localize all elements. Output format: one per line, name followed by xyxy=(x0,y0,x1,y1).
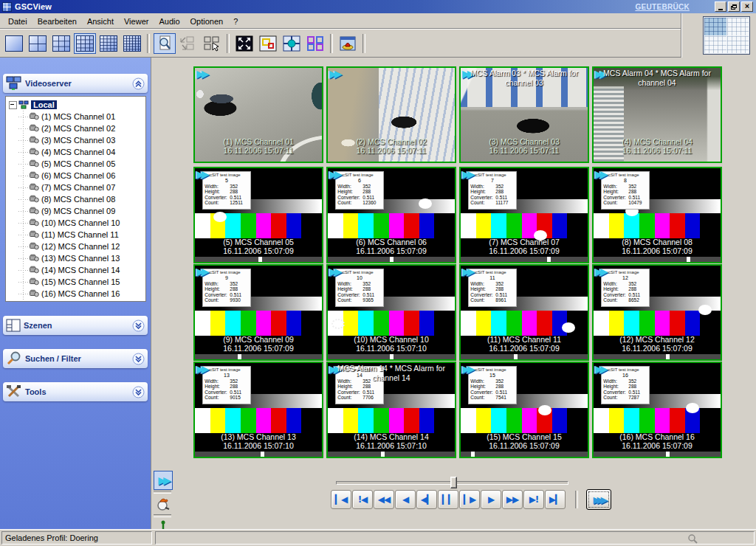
close-button[interactable]: × xyxy=(741,1,753,12)
colorbar xyxy=(210,408,226,433)
tree-item-channel-4[interactable]: (4) MCS Channel 04 xyxy=(16,146,145,158)
skip-start-button[interactable]: ▎◀ xyxy=(331,490,351,509)
layout-6x6-button[interactable] xyxy=(121,33,143,54)
menu-item-datei[interactable]: Datei xyxy=(3,15,32,27)
alarm-monitor-button[interactable] xyxy=(337,33,359,54)
tree-item-channel-11[interactable]: (11) MCS Channel 11 xyxy=(16,229,145,241)
menu-item-bearbeiten[interactable]: Bearbeiten xyxy=(32,15,82,27)
live-button[interactable]: ▶▶▶ xyxy=(586,489,611,510)
sidebar-panel-label: Tools xyxy=(25,387,132,396)
colorbar xyxy=(685,213,701,238)
layout-2x2-button[interactable] xyxy=(27,33,49,54)
menu-item-help[interactable]: ? xyxy=(228,15,243,27)
timeline-slider[interactable] xyxy=(336,476,568,488)
info-row: Height:288 xyxy=(470,286,514,292)
fullscreen-button[interactable] xyxy=(233,33,255,54)
video-tile-3[interactable]: (3) MCS Channel 0316.11.2006 15:07:11▶▶M… xyxy=(459,66,589,163)
tree-expander-icon[interactable] xyxy=(9,101,17,109)
select-windows-button[interactable] xyxy=(201,33,223,54)
layout-1x1-button[interactable] xyxy=(3,33,25,54)
scene-editor-button[interactable] xyxy=(257,33,279,54)
layout-4x4-button[interactable] xyxy=(74,33,96,54)
sidebar-panel-szenen[interactable]: Szenen xyxy=(3,316,148,335)
layout-3x3-button[interactable] xyxy=(50,33,72,54)
fast-forward-button[interactable]: ▶▶ xyxy=(502,490,523,509)
video-tile-12[interactable]: LucSIT test image12Width:352Height:288Co… xyxy=(592,264,722,361)
menu-item-viewer[interactable]: Viewer xyxy=(119,15,154,27)
video-tile-2[interactable]: (2) MCS Channel 0216.11.2006 15:07:11▶▶ xyxy=(326,66,456,163)
tree-item-channel-5[interactable]: (5) MCS Channel 05 xyxy=(16,158,145,170)
video-tile-4[interactable]: (4) MCS Channel 0416.11.2006 15:07:11▶▶M… xyxy=(592,66,722,163)
video-tile-14[interactable]: LucSIT test image14Width:352Height:288Co… xyxy=(326,362,456,458)
tree-item-channel-3[interactable]: (3) MCS Channel 03 xyxy=(16,134,145,146)
tree-item-channel-6[interactable]: (6) MCS Channel 06 xyxy=(16,170,145,182)
video-tile-9[interactable]: LucSIT test image9Width:352Height:288Con… xyxy=(193,264,323,361)
zoom-mode-button[interactable] xyxy=(154,33,176,54)
tree-item-channel-8[interactable]: (8) MCS Channel 08 xyxy=(16,193,145,205)
sidebar-panel-suchen-filter[interactable]: Suchen / Filter xyxy=(3,349,148,368)
tree-item-channel-16[interactable]: (16) MCS Channel 16 xyxy=(16,288,145,300)
tree-item-channel-10[interactable]: (10) MCS Channel 10 xyxy=(16,217,145,229)
sidebar-panel-videoserver[interactable]: Videoserver xyxy=(3,74,148,93)
brand-link[interactable]: GEUTEBRÜCK xyxy=(635,3,690,11)
fast-rewind-button[interactable]: ◀◀ xyxy=(374,490,394,509)
expand-chevron-icon[interactable] xyxy=(132,353,145,365)
play-backward-button[interactable]: ◀ xyxy=(395,490,416,509)
skip-end-button[interactable]: ▶▎ xyxy=(545,490,566,509)
pause-button[interactable]: ▎▎ xyxy=(438,490,458,509)
tree-item-channel-1[interactable]: (1) MCS Channel 01 xyxy=(16,111,145,122)
colorbar xyxy=(195,311,210,336)
tree-item-channel-13[interactable]: (13) MCS Channel 13 xyxy=(16,252,145,264)
sidebar-panel-tools[interactable]: Tools xyxy=(3,382,148,401)
fast-playback-icon: ▶▶ xyxy=(329,168,340,180)
video-tile-10[interactable]: LucSIT test image10Width:352Height:288Co… xyxy=(326,264,456,361)
video-tile-8[interactable]: LucSIT test image8Width:352Height:288Con… xyxy=(592,167,722,263)
previous-alarm-button[interactable]: !◀ xyxy=(352,490,373,509)
step-forward-button[interactable]: ▎▶ xyxy=(459,490,480,509)
step-backward-button[interactable]: ◀▎ xyxy=(416,490,437,509)
info-value: 352 xyxy=(362,184,371,190)
video-tile-16[interactable]: LucSIT test image16Width:352Height:288Co… xyxy=(592,362,722,458)
tree-item-channel-9[interactable]: (9) MCS Channel 09 xyxy=(16,205,145,217)
slider-handle[interactable] xyxy=(450,477,457,488)
tree-item-channel-12[interactable]: (12) MCS Channel 12 xyxy=(16,241,145,252)
layout-5x5-button[interactable] xyxy=(97,33,120,54)
video-tile-5[interactable]: LucSIT test image5Width:352Height:288Con… xyxy=(193,167,323,263)
video-tile-6[interactable]: LucSIT test image6Width:352Height:288Con… xyxy=(326,167,456,263)
tree-item-channel-14[interactable]: (14) MCS Channel 14 xyxy=(16,264,145,276)
restore-button[interactable] xyxy=(728,1,740,12)
video-tile-1[interactable]: (1) MCS Channel 0116.11.2006 15:07:11▶▶ xyxy=(193,66,323,163)
expand-chevron-icon[interactable] xyxy=(132,319,145,332)
alarm-mode-button[interactable] xyxy=(154,494,173,514)
tree-item-channel-7[interactable]: (7) MCS Channel 07 xyxy=(16,182,145,193)
camera-icon xyxy=(30,159,39,169)
video-tile-7[interactable]: LucSIT test image7Width:352Height:288Con… xyxy=(459,167,589,263)
fast-playback-icon: ▶▶ xyxy=(196,266,207,277)
collapse-chevron-icon[interactable] xyxy=(132,77,145,90)
testpattern-info-box: LucSIT test image11Width:352Height:288Co… xyxy=(468,269,516,307)
camera-grid-button[interactable] xyxy=(281,33,303,54)
video-tile-13[interactable]: LucSIT test image13Width:352Height:288Co… xyxy=(193,362,323,458)
video-tile-11[interactable]: LucSIT test image11Width:352Height:288Co… xyxy=(459,264,589,361)
multi-view-button[interactable] xyxy=(304,33,326,54)
expand-chevron-icon[interactable] xyxy=(132,386,145,398)
info-label: Count: xyxy=(205,395,230,401)
tree-item-channel-2[interactable]: (2) MCS Channel 02 xyxy=(16,122,145,134)
menu-item-ansicht[interactable]: Ansicht xyxy=(82,15,119,27)
tree-root-label[interactable]: Local xyxy=(31,100,57,109)
play-button[interactable]: ▶ xyxy=(481,490,501,509)
menu-item-audio[interactable]: Audio xyxy=(154,15,185,27)
info-channel-number: 7 xyxy=(470,178,514,184)
tree-root-local[interactable]: Local xyxy=(6,99,145,111)
menu-item-optionen[interactable]: Optionen xyxy=(185,15,229,27)
minimize-button[interactable] xyxy=(715,1,726,12)
playback-mode-button[interactable]: ▶▶ xyxy=(154,471,173,490)
layout-preview-thumbnail[interactable] xyxy=(703,16,750,55)
video-tile-15[interactable]: LucSIT test image15Width:352Height:288Co… xyxy=(459,362,589,458)
test-ellipse xyxy=(331,319,345,329)
next-alarm-button[interactable]: ▶! xyxy=(523,490,544,509)
tree-item-channel-15[interactable]: (15) MCS Channel 15 xyxy=(16,276,145,288)
tree-connector xyxy=(18,117,29,117)
tile-channel-label: (14) MCS Channel 14 xyxy=(328,432,455,441)
transport-separator xyxy=(575,491,578,508)
